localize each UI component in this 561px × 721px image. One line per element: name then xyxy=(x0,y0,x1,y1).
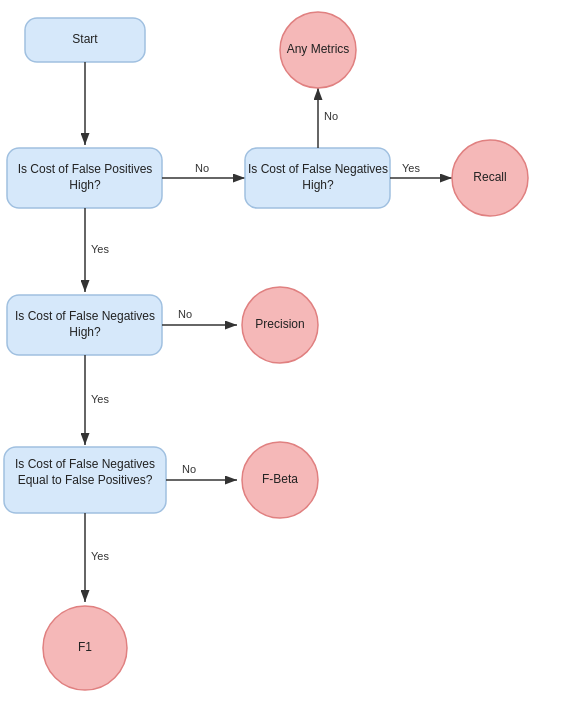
label-yes-recall: Yes xyxy=(402,162,420,174)
start-label: Start xyxy=(72,32,98,46)
flowchart-diagram: Start Is Cost of False Positives High? N… xyxy=(0,0,561,721)
label-no-falsepos: No xyxy=(195,162,209,174)
fbeta-label: F-Beta xyxy=(262,472,298,486)
label-no-fbeta: No xyxy=(182,463,196,475)
label-yes-falsepos: Yes xyxy=(91,243,109,255)
any-metrics-label: Any Metrics xyxy=(287,42,350,56)
false-neg-high2-label2: High? xyxy=(69,325,101,339)
false-neg-eq-label2: Equal to False Positives? xyxy=(18,473,153,487)
false-neg-high1-label2: High? xyxy=(302,178,334,192)
label-yes-falseneg2: Yes xyxy=(91,393,109,405)
label-no-precision: No xyxy=(178,308,192,320)
false-neg-high1-label: Is Cost of False Negatives xyxy=(248,162,388,176)
f1-label: F1 xyxy=(78,640,92,654)
false-neg-high2-label: Is Cost of False Negatives xyxy=(15,309,155,323)
false-neg-eq-label: Is Cost of False Negatives xyxy=(15,457,155,471)
false-pos-high-label: Is Cost of False Positives xyxy=(18,162,153,176)
false-pos-high-label2: High? xyxy=(69,178,101,192)
recall-label: Recall xyxy=(473,170,506,184)
label-yes-f1: Yes xyxy=(91,550,109,562)
precision-label: Precision xyxy=(255,317,304,331)
label-no-anymetrics: No xyxy=(324,110,338,122)
